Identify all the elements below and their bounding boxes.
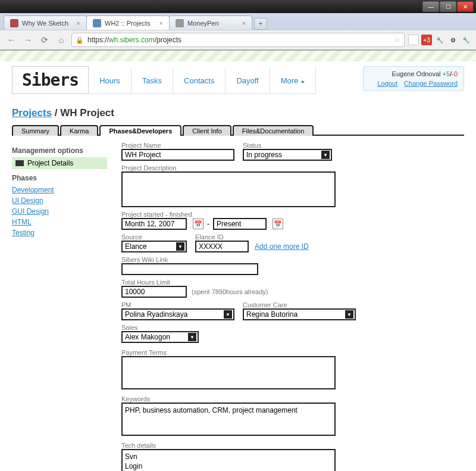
home-button[interactable]: ⌂ [55, 33, 68, 46]
label-description: Project Description [121, 164, 464, 171]
project-form: Project Name Status In progress ▼ Projec… [121, 142, 464, 471]
wrench-menu-icon[interactable]: 🔧 [461, 35, 471, 45]
bookmark-star-icon[interactable]: ☆ [394, 36, 400, 44]
browser-chrome: — ☐ ✕ Why We Sketch × WH2 :: Projects × … [0, 0, 476, 51]
label-wiki: Sibers Wiki Link [121, 256, 464, 263]
project-tabs: Summary Karma Phases&Developers Client I… [12, 124, 464, 135]
wiki-link-input[interactable] [121, 263, 258, 275]
chevron-down-icon: ▼ [188, 333, 196, 341]
browser-tab-strip: Why We Sketch × WH2 :: Projects × MoneyP… [0, 13, 476, 30]
breadcrumb-current: WH Project [60, 107, 114, 118]
sidebar-phase-development[interactable]: Development [12, 185, 107, 195]
tab-title: MoneyPen [187, 20, 239, 27]
keywords-textarea[interactable]: PHP, business automation, CRM, project m… [121, 403, 336, 436]
nav-more[interactable]: More ▸ [270, 68, 316, 94]
chevron-down-icon: ▼ [176, 242, 184, 251]
breadcrumb: Projects / WH Project [12, 107, 464, 119]
chevron-down-icon: ▼ [321, 151, 330, 159]
tech-details-textarea[interactable]: Svn Login Pass servers [121, 449, 336, 471]
project-name-input[interactable] [121, 149, 234, 161]
label-status: Status [243, 142, 332, 149]
nav-hours[interactable]: Hours [89, 68, 131, 94]
tab-close-icon[interactable]: × [159, 20, 163, 27]
lock-icon: 🔒 [76, 36, 84, 44]
tab-title: Why We Sketch [22, 20, 73, 27]
label-pm: PM [121, 301, 234, 308]
main-nav: Hours Tasks Contacts Dayoff More ▸ [89, 68, 316, 94]
label-project-name: Project Name [121, 142, 234, 149]
address-bar: ← → ⟳ ⌂ 🔒 https://wh.sibers.com/projects… [0, 30, 476, 50]
url-box[interactable]: 🔒 https://wh.sibers.com/projects ☆ [71, 33, 405, 47]
url-text: https://wh.sibers.com/projects [87, 36, 390, 44]
label-keywords: Keywords [121, 395, 464, 403]
label-customer-care: Customer Care [243, 301, 356, 308]
logo[interactable]: Sibers [12, 66, 89, 94]
sidebar-phase-ui-design[interactable]: UI Design [12, 195, 107, 206]
payment-terms-textarea[interactable] [121, 356, 336, 389]
description-textarea[interactable] [121, 171, 336, 207]
status-select[interactable]: In progress ▼ [243, 149, 332, 161]
document-icon [15, 160, 24, 166]
calendar-icon[interactable]: 📅 [273, 219, 283, 229]
hours-limit-input[interactable] [121, 286, 187, 298]
sidebar-item-project-details[interactable]: Project Details [12, 157, 107, 169]
tab-close-icon[interactable]: × [242, 20, 246, 27]
label-tech-details: Tech details [121, 442, 464, 449]
date-end-input[interactable] [213, 218, 267, 230]
date-start-input[interactable] [121, 218, 187, 230]
tab-client-info[interactable]: Client Info [183, 125, 231, 136]
calendar-icon[interactable]: 📅 [193, 219, 203, 229]
nav-contacts[interactable]: Contacts [173, 68, 226, 94]
sidebar-phase-testing[interactable]: Testing [12, 227, 107, 238]
label-source: Source [121, 233, 187, 241]
browser-tab[interactable]: MoneyPen × [169, 15, 252, 30]
tab-summary[interactable]: Summary [12, 125, 59, 136]
close-window-button[interactable]: ✕ [457, 1, 474, 12]
sidebar-heading-management: Management options [12, 146, 107, 155]
tab-karma[interactable]: Karma [60, 125, 98, 136]
user-plus-score: +5 [443, 70, 450, 77]
extension-icon[interactable]: 🔧 [434, 35, 445, 45]
decorative-stripe [0, 51, 476, 61]
tab-title: WH2 :: Projects [105, 20, 156, 27]
chevron-right-icon: ▸ [302, 78, 305, 85]
browser-tab[interactable]: Why We Sketch × [4, 15, 87, 30]
nav-dayoff[interactable]: Dayoff [226, 68, 270, 94]
browser-tab[interactable]: WH2 :: Projects × [86, 15, 170, 30]
back-button[interactable]: ← [5, 33, 18, 46]
favicon-icon [176, 19, 184, 27]
extension-icon[interactable] [408, 35, 419, 45]
user-name: Eugene Odnoval [392, 70, 441, 77]
label-dates: Project started - finished [121, 211, 464, 218]
maximize-button[interactable]: ☐ [440, 1, 456, 12]
sidebar-phase-gui-design[interactable]: GUI Design [12, 206, 107, 217]
user-info-box: Eugene Odnoval +5/-0 Logout Change Passw… [363, 66, 464, 91]
favicon-icon [10, 19, 18, 27]
change-password-link[interactable]: Change Password [404, 80, 458, 87]
extension-icons: +3 🔧 ⚙ 🔧 [408, 35, 471, 45]
pm-select[interactable]: Polina Ryadinskaya ▼ [121, 308, 234, 320]
add-id-link[interactable]: Add one more ID [255, 242, 309, 251]
sales-select[interactable]: Alex Makogon ▼ [121, 331, 199, 343]
sidebar-phase-html[interactable]: HTML [12, 217, 107, 227]
user-minus-score: -0 [452, 70, 458, 77]
nav-tasks[interactable]: Tasks [131, 68, 173, 94]
new-tab-button[interactable]: + [254, 18, 267, 30]
breadcrumb-root[interactable]: Projects [12, 107, 52, 118]
reload-button[interactable]: ⟳ [38, 33, 51, 46]
tab-close-icon[interactable]: × [77, 20, 80, 27]
minimize-button[interactable]: — [422, 1, 439, 12]
tab-files-documentation[interactable]: Files&Documentation [233, 125, 314, 136]
sidebar: Management options Project Details Phase… [12, 142, 107, 471]
extension-icon[interactable]: ⚙ [447, 35, 458, 45]
tab-phases-developers[interactable]: Phases&Developers [99, 125, 181, 136]
source-select[interactable]: Elance ▼ [121, 241, 187, 252]
extension-icon[interactable]: +3 [421, 35, 432, 45]
customer-care-select[interactable]: Regina Butorina ▼ [243, 308, 356, 320]
label-elance-id: Elance ID [195, 233, 309, 241]
chevron-down-icon: ▼ [224, 310, 232, 319]
favicon-icon [93, 19, 101, 27]
forward-button[interactable]: → [21, 33, 35, 46]
logout-link[interactable]: Logout [377, 80, 397, 87]
elance-id-input[interactable] [195, 241, 249, 252]
